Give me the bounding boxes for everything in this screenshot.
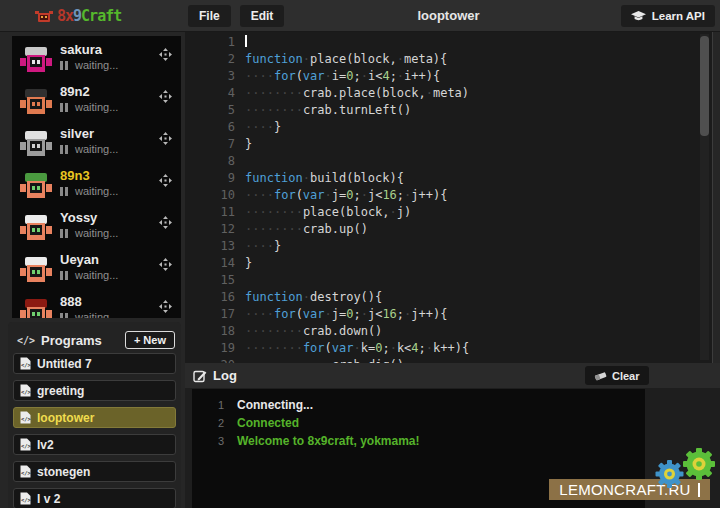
move-icon[interactable] xyxy=(159,174,172,187)
move-icon[interactable] xyxy=(159,90,172,103)
svg-text:</>: </> xyxy=(21,389,31,395)
code-line: 13 ····} xyxy=(185,238,712,255)
code-line: 12 ········crab.up() xyxy=(185,221,712,238)
svg-text:</>: </> xyxy=(21,470,31,476)
program-item-label: stonegen xyxy=(37,465,90,479)
robot-icon xyxy=(20,172,52,200)
player-status: waiting... xyxy=(60,227,118,239)
app-logo: 8x9Craft xyxy=(34,7,121,25)
robot-icon xyxy=(20,130,52,158)
program-item[interactable]: </>stonegen xyxy=(13,461,176,482)
log-message: Connecting... xyxy=(237,398,313,412)
code-line: 11 ········place(block,·j) xyxy=(185,204,712,221)
logo-text: 8x9Craft xyxy=(57,7,121,25)
line-number: 19 xyxy=(185,340,235,357)
pause-icon xyxy=(60,61,70,70)
log-entry: 3 Welcome to 8x9craft, yokmama! xyxy=(192,432,645,450)
player-row[interactable]: sakura waiting... xyxy=(12,39,181,81)
code-line: 1 xyxy=(185,34,712,51)
program-item[interactable]: </>lv2 xyxy=(13,434,176,455)
clear-log-button[interactable]: Clear xyxy=(585,366,649,385)
code-icon: </> xyxy=(17,335,35,346)
log-line-number: 2 xyxy=(192,417,224,429)
program-item[interactable]: </>greeting xyxy=(13,380,176,401)
programs-title: Programs xyxy=(41,333,102,348)
player-name: 89n3 xyxy=(60,168,90,183)
code-file-icon: </> xyxy=(20,384,31,397)
code-line: 17 ····for(var·j=0;·j<16;·j++){ xyxy=(185,306,712,323)
robot-icon xyxy=(20,88,52,116)
code-line: 8 xyxy=(185,153,712,170)
crab-icon xyxy=(34,9,54,24)
code-line: 7 } xyxy=(185,136,712,153)
player-row[interactable]: Ueyan waiting... xyxy=(12,249,181,291)
move-icon[interactable] xyxy=(159,216,172,229)
robot-icon xyxy=(20,214,52,242)
log-entry: 2 Connected xyxy=(192,414,645,432)
robot-icon xyxy=(20,256,52,284)
pause-icon xyxy=(60,229,70,238)
player-row[interactable]: 89n2 waiting... xyxy=(12,81,181,123)
player-status: waiting... xyxy=(60,269,118,281)
clear-log-label: Clear xyxy=(612,370,640,382)
code-line: 18 ········crab.down() xyxy=(185,323,712,340)
line-number: 3 xyxy=(185,68,235,85)
move-icon[interactable] xyxy=(159,48,172,61)
edit-icon xyxy=(193,369,207,383)
players-panel: sakura waiting... 89n2 waiting... silver… xyxy=(12,36,181,318)
player-row[interactable]: Yossy waiting... xyxy=(12,207,181,249)
log-line-number: 1 xyxy=(192,399,224,411)
program-item[interactable]: </>l v 2 xyxy=(13,488,176,508)
top-bar: 8x9Craft File Edit looptower Learn API xyxy=(0,0,720,32)
player-row[interactable]: silver waiting... xyxy=(12,123,181,165)
player-row[interactable]: 888 waiting... xyxy=(12,291,181,318)
line-number: 10 xyxy=(185,187,235,204)
log-line-number: 3 xyxy=(192,435,224,447)
program-item-label: greeting xyxy=(37,384,84,398)
editor-scrollbar[interactable] xyxy=(700,34,709,360)
move-icon[interactable] xyxy=(159,300,172,313)
log-header: Log Clear xyxy=(185,363,720,388)
line-number: 8 xyxy=(185,153,235,170)
code-file-icon: </> xyxy=(20,492,31,505)
log-entry: 1 Connecting... xyxy=(192,396,645,414)
line-number: 4 xyxy=(185,85,235,102)
line-number: 11 xyxy=(185,204,235,221)
learn-api-button[interactable]: Learn API xyxy=(621,5,715,27)
move-icon[interactable] xyxy=(159,258,172,271)
program-item-label: lv2 xyxy=(37,438,54,452)
code-editor[interactable]: 1 2 function·place(block,·meta){ 3 ····f… xyxy=(185,32,713,363)
code-file-icon: </> xyxy=(20,357,31,370)
player-status: waiting... xyxy=(60,311,118,318)
move-icon[interactable] xyxy=(159,132,172,145)
program-item[interactable]: </>Untitled 7 xyxy=(13,353,176,374)
programs-header: </> Programs + New xyxy=(8,322,181,352)
code-line: 10 ····for(var·j=0;·j<16;·j++){ xyxy=(185,187,712,204)
code-line: 15 xyxy=(185,272,712,289)
player-row[interactable]: 89n3 waiting... xyxy=(12,165,181,207)
pause-icon xyxy=(60,187,70,196)
line-number: 13 xyxy=(185,238,235,255)
line-number: 12 xyxy=(185,221,235,238)
player-name: sakura xyxy=(60,42,102,57)
code-line: 3 ····for(var·i=0;·i<4;·i++){ xyxy=(185,68,712,85)
line-number: 5 xyxy=(185,102,235,119)
svg-text:</>: </> xyxy=(21,416,31,422)
line-number: 15 xyxy=(185,272,235,289)
eraser-icon xyxy=(594,370,607,381)
line-number: 2 xyxy=(185,51,235,68)
code-line: 19 ········for(var·k=0;·k<4;·k++){ xyxy=(185,340,712,357)
player-name: Yossy xyxy=(60,210,97,225)
svg-text:</>: </> xyxy=(21,443,31,449)
code-file-icon: </> xyxy=(20,465,31,478)
line-number: 9 xyxy=(185,170,235,187)
program-item-label: l v 2 xyxy=(37,492,60,506)
log-title-label: Log xyxy=(213,368,237,383)
learn-api-label: Learn API xyxy=(652,10,705,22)
code-line: 4 ········crab.place(block,·meta) xyxy=(185,85,712,102)
graduation-cap-icon xyxy=(631,11,646,22)
new-program-button[interactable]: + New xyxy=(125,331,175,349)
program-item[interactable]: </>looptower xyxy=(13,407,176,428)
svg-text:</>: </> xyxy=(21,362,31,368)
scrollbar-thumb[interactable] xyxy=(700,36,709,136)
